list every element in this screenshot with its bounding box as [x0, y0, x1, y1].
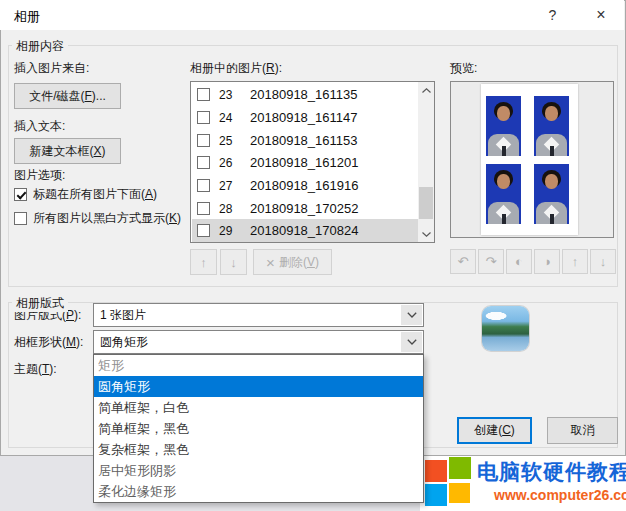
dropdown-option-selected[interactable]: 圆角矩形: [94, 376, 423, 397]
contrast-up-button[interactable]: ◐: [506, 249, 532, 274]
preview-slide: [481, 84, 578, 235]
preview-label: 预览:: [450, 60, 477, 77]
item-checkbox[interactable]: [197, 202, 210, 215]
delete-button-label: 删除(V): [279, 254, 319, 271]
scrollbar-thumb[interactable]: [419, 187, 433, 219]
contrast-up-icon: ◐: [515, 254, 523, 269]
passport-photo: [486, 96, 521, 156]
album-content-group-label: 相册内容: [12, 38, 68, 55]
passport-photo: [486, 164, 521, 224]
create-button[interactable]: 创建(C): [457, 417, 532, 444]
cancel-button[interactable]: 取消: [547, 417, 618, 444]
contrast-down-button[interactable]: ◑: [534, 249, 560, 274]
windows-logo-tile-orange: [425, 460, 447, 482]
list-item[interactable]: 28 20180918_170252: [192, 197, 418, 220]
scrollbar-up-icon[interactable]: [418, 82, 434, 98]
titlebar: 相册 ? ×: [0, 0, 624, 30]
scrollbar-down-icon[interactable]: [418, 226, 434, 242]
item-checkbox[interactable]: [197, 179, 210, 192]
move-down-button[interactable]: ↓: [220, 249, 247, 275]
rotate-left-button[interactable]: ↶: [450, 249, 476, 274]
frame-shape-dropdown-list: 矩形 圆角矩形 简单框架，白色 简单框架，黑色 复杂框架，黑色 居中矩形阴影 柔…: [93, 354, 424, 503]
dropdown-option[interactable]: 复杂框架，黑色: [94, 439, 423, 460]
album-layout-group-label: 相册版式: [12, 295, 68, 312]
brightness-down-icon: ↓: [600, 254, 607, 269]
new-textbox-button[interactable]: 新建文本框(X): [14, 138, 121, 164]
brightness-up-icon: ↑: [572, 254, 579, 269]
delete-button[interactable]: × 删除(V): [253, 249, 332, 275]
list-scrollbar[interactable]: [418, 82, 434, 242]
insert-from-label: 插入图片来自:: [14, 60, 89, 77]
grayscale-pictures-checkbox[interactable]: 所有图片以黑白方式显示(K): [14, 210, 181, 227]
windows-logo-tile-yellow: [449, 483, 470, 503]
help-button[interactable]: ?: [530, 0, 575, 30]
frame-shape-value: 圆角矩形: [100, 334, 148, 351]
picture-layout-value: 1 张图片: [100, 307, 146, 324]
photo-album-dialog-screenshot: 电脑软硬件教程网 www.computer26.com 相册 ? × 相册内容 …: [0, 0, 626, 511]
dropdown-option[interactable]: 简单框架，白色: [94, 397, 423, 418]
item-checkbox[interactable]: [197, 88, 210, 101]
dropdown-option[interactable]: 柔化边缘矩形: [94, 481, 423, 502]
rotate-left-icon: ↶: [458, 254, 469, 269]
checkbox-checked-icon[interactable]: [14, 188, 27, 201]
list-item[interactable]: 23 20180918_161135: [192, 83, 418, 106]
captions-below-pictures-checkbox[interactable]: 标题在所有图片下面(A): [14, 186, 157, 203]
insert-text-label: 插入文本:: [14, 118, 65, 135]
brightness-down-button[interactable]: ↓: [590, 249, 616, 274]
list-item[interactable]: 26 20180918_161201: [192, 151, 418, 174]
item-checkbox[interactable]: [197, 156, 210, 169]
move-up-button[interactable]: ↑: [190, 249, 217, 275]
windows-logo-tile-blue: [425, 484, 447, 506]
item-checkbox[interactable]: [197, 224, 210, 237]
dropdown-option[interactable]: 居中矩形阴影: [94, 460, 423, 481]
item-checkbox[interactable]: [197, 111, 210, 124]
grayscale-checkbox-label: 所有图片以黑白方式显示(K): [33, 210, 181, 227]
dropdown-option[interactable]: 矩形: [94, 355, 423, 376]
passport-photo: [534, 96, 569, 156]
frame-shape-label: 相框形状(M):: [14, 334, 83, 351]
chevron-down-icon[interactable]: [401, 305, 422, 325]
windows-logo-tile-green: [449, 457, 471, 479]
preview-box: [450, 81, 614, 238]
item-checkbox[interactable]: [197, 134, 210, 147]
up-arrow-icon: ↑: [200, 255, 207, 270]
rotate-right-icon: ↷: [486, 254, 497, 269]
down-arrow-icon: ↓: [230, 255, 237, 270]
watermark: 电脑软硬件教程网 www.computer26.com: [420, 456, 626, 511]
pictures-list[interactable]: 23 20180918_161135 24 20180918_161147 25…: [190, 81, 435, 243]
picture-options-label: 图片选项:: [14, 167, 65, 184]
captions-checkbox-label: 标题在所有图片下面(A): [33, 186, 157, 203]
contrast-down-icon: ◑: [543, 254, 551, 269]
dialog-title: 相册: [14, 8, 40, 26]
watermark-site-name: 电脑软硬件教程网: [477, 458, 626, 486]
file-disk-button[interactable]: 文件/磁盘(F)...: [14, 83, 121, 109]
list-item[interactable]: 25 20180918_161153: [192, 129, 418, 152]
rotate-right-button[interactable]: ↷: [478, 249, 504, 274]
list-item[interactable]: 24 20180918_161147: [192, 106, 418, 129]
passport-photo: [534, 164, 569, 224]
chevron-down-icon[interactable]: [401, 332, 422, 352]
pictures-in-album-label: 相册中的图片(R):: [190, 60, 282, 77]
watermark-site-url: www.computer26.com: [494, 487, 626, 503]
dropdown-option[interactable]: 简单框架，黑色: [94, 418, 423, 439]
delete-x-icon: ×: [266, 255, 275, 270]
checkbox-unchecked-icon[interactable]: [14, 212, 27, 225]
theme-thumbnail-image: [482, 306, 529, 351]
brightness-up-button[interactable]: ↑: [562, 249, 588, 274]
list-item[interactable]: 27 20180918_161916: [192, 174, 418, 197]
picture-layout-combobox[interactable]: 1 张图片: [93, 303, 424, 327]
close-button[interactable]: ×: [578, 0, 624, 30]
theme-label: 主题(T):: [14, 361, 57, 378]
list-item-selected[interactable]: 29 20180918_170824: [192, 219, 418, 242]
frame-shape-combobox[interactable]: 圆角矩形: [93, 330, 424, 354]
